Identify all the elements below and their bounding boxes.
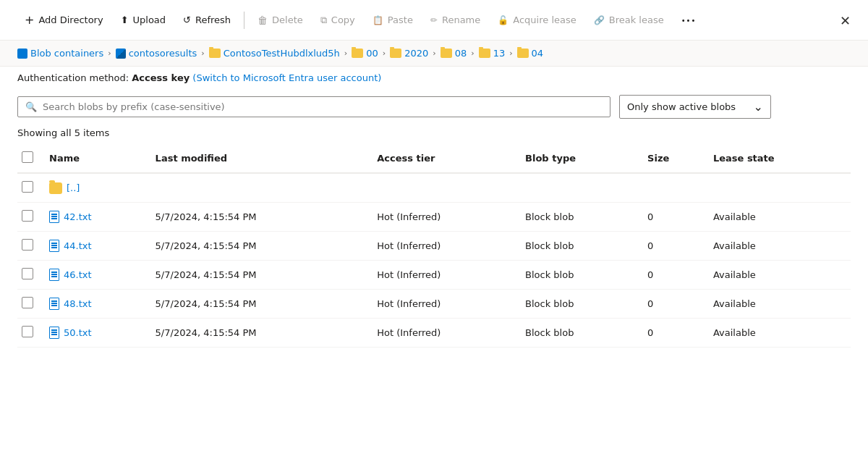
row-checkbox-cell — [17, 290, 43, 319]
last-modified-column-header[interactable]: Last modified — [150, 144, 372, 173]
breadcrumb-04[interactable]: 04 — [517, 48, 544, 59]
breadcrumb-sep-3: › — [344, 49, 347, 58]
row-size-cell: 0 — [642, 290, 707, 319]
auth-bar: Authentication method: Access key (Switc… — [0, 67, 868, 89]
contosotest-folder-icon — [209, 49, 221, 58]
row-blob-type-cell: Block blob — [519, 232, 642, 261]
row-last-modified-cell: 5/7/2024, 4:15:54 PM — [150, 232, 372, 261]
blobs-table: Name Last modified Access tier Blob type… — [17, 144, 851, 348]
breadcrumb-00[interactable]: 00 — [352, 48, 378, 59]
showing-count-text: Showing all 5 items — [17, 127, 109, 138]
acquire-lease-button[interactable]: Acquire lease — [490, 10, 583, 30]
rename-button[interactable]: Rename — [423, 10, 488, 30]
04-folder-icon — [517, 49, 529, 58]
upload-button[interactable]: Upload — [114, 10, 173, 30]
breadcrumb-2020-label: 2020 — [404, 48, 428, 59]
break-lease-button[interactable]: Break lease — [587, 10, 671, 30]
breadcrumb-08[interactable]: 08 — [441, 48, 467, 59]
breadcrumb-sep-6: › — [471, 49, 474, 58]
delete-button[interactable]: Delete — [250, 10, 310, 30]
breadcrumb-sep-1: › — [108, 49, 111, 58]
00-folder-icon — [352, 49, 363, 58]
breadcrumb-blob-containers[interactable]: Blob containers — [17, 48, 103, 59]
access-tier-column-header[interactable]: Access tier — [371, 144, 519, 173]
table-row: 42.txt5/7/2024, 4:15:54 PMHot (Inferred)… — [17, 203, 851, 232]
filter-dropdown[interactable]: Only show active blobs — [619, 95, 771, 119]
upload-label: Upload — [133, 14, 166, 25]
file-link[interactable]: 44.txt — [49, 240, 144, 252]
auth-switch-link[interactable]: (Switch to Microsoft Entra user account) — [192, 72, 381, 83]
breadcrumb-blob-containers-label: Blob containers — [30, 48, 103, 59]
row-last-modified-cell: 5/7/2024, 4:15:54 PM — [150, 203, 372, 232]
file-name: 48.txt — [64, 298, 92, 309]
search-icon — [25, 101, 37, 112]
breadcrumb-13[interactable]: 13 — [479, 48, 506, 59]
more-button[interactable] — [674, 10, 704, 30]
folder-link[interactable]: [..] — [49, 182, 144, 194]
breadcrumb-2020[interactable]: 2020 — [390, 48, 428, 59]
2020-folder-icon — [390, 49, 401, 58]
file-link[interactable]: 48.txt — [49, 298, 144, 310]
row-checkbox[interactable] — [22, 268, 33, 279]
acquire-lease-label: Acquire lease — [513, 14, 576, 25]
row-size-cell: 0 — [642, 203, 707, 232]
showing-count: Showing all 5 items — [0, 125, 868, 144]
name-column-header[interactable]: Name — [43, 144, 150, 173]
row-access-tier-cell: Hot (Inferred) — [371, 203, 519, 232]
folder-icon — [49, 182, 62, 194]
search-row: Only show active blobs — [0, 89, 868, 125]
copy-icon — [320, 14, 327, 26]
more-icon — [681, 14, 697, 25]
toolbar: Add Directory Upload Refresh Delete Copy… — [0, 0, 868, 41]
refresh-button[interactable]: Refresh — [176, 10, 238, 30]
table-row: 50.txt5/7/2024, 4:15:54 PMHot (Inferred)… — [17, 319, 851, 348]
file-link[interactable]: 50.txt — [49, 327, 144, 339]
search-box[interactable] — [17, 96, 610, 117]
row-checkbox[interactable] — [22, 239, 33, 251]
file-link[interactable]: 42.txt — [49, 211, 144, 223]
select-all-checkbox[interactable] — [22, 151, 33, 163]
breadcrumb-contosoresults[interactable]: contosoresults — [116, 48, 197, 59]
row-name-cell: 48.txt — [43, 290, 150, 319]
search-input[interactable] — [43, 101, 603, 112]
row-blob-type-cell: Block blob — [519, 203, 642, 232]
lease-state-column-header[interactable]: Lease state — [707, 144, 851, 173]
select-all-header — [17, 144, 43, 173]
row-blob-type-cell: Block blob — [519, 290, 642, 319]
row-lease-state-cell — [707, 173, 851, 203]
row-lease-state-cell: Available — [707, 203, 851, 232]
row-checkbox[interactable] — [22, 326, 33, 337]
breadcrumb-00-label: 00 — [366, 48, 378, 59]
file-link[interactable]: 46.txt — [49, 269, 144, 281]
row-blob-type-cell — [519, 173, 642, 203]
row-size-cell: 0 — [642, 319, 707, 348]
auth-label: Authentication method: — [17, 72, 129, 83]
blob-type-column-header[interactable]: Blob type — [519, 144, 642, 173]
file-name: 46.txt — [64, 269, 92, 280]
file-name: 50.txt — [64, 327, 92, 338]
row-checkbox[interactable] — [22, 210, 33, 222]
copy-button[interactable]: Copy — [313, 10, 362, 30]
file-name: 42.txt — [64, 211, 92, 222]
row-access-tier-cell: Hot (Inferred) — [371, 232, 519, 261]
row-size-cell: 0 — [642, 261, 707, 290]
row-last-modified-cell: 5/7/2024, 4:15:54 PM — [150, 290, 372, 319]
filter-label: Only show active blobs — [627, 101, 736, 112]
breadcrumb-sep-4: › — [383, 49, 386, 58]
close-button[interactable]: ✕ — [840, 13, 851, 29]
breadcrumb-sep-7: › — [509, 49, 512, 58]
table-container: Name Last modified Access tier Blob type… — [0, 144, 868, 408]
toolbar-separator — [244, 12, 244, 29]
paste-button[interactable]: Paste — [365, 10, 420, 30]
breadcrumb-contosotest[interactable]: ContosoTestHubdlxlud5h — [209, 48, 340, 59]
add-directory-button[interactable]: Add Directory — [17, 9, 111, 31]
row-checkbox[interactable] — [22, 297, 33, 308]
row-checkbox[interactable] — [22, 181, 33, 193]
rename-icon — [430, 14, 438, 25]
copy-label: Copy — [331, 14, 355, 25]
size-column-header[interactable]: Size — [642, 144, 707, 173]
table-row: [..] — [17, 173, 851, 203]
row-last-modified-cell — [150, 173, 372, 203]
row-lease-state-cell: Available — [707, 290, 851, 319]
row-access-tier-cell: Hot (Inferred) — [371, 261, 519, 290]
